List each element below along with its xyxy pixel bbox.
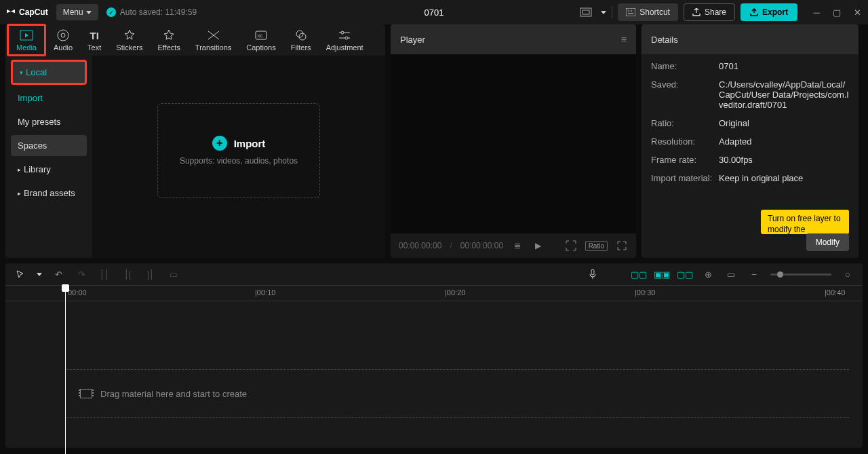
- framing-icon[interactable]: [565, 240, 577, 252]
- tab-transitions[interactable]: Transitions: [188, 26, 239, 54]
- link-icon[interactable]: ⊕: [701, 267, 715, 281]
- media-icon: [20, 29, 33, 42]
- caret-right-icon: ▸: [18, 190, 21, 197]
- tab-audio[interactable]: Audio: [46, 26, 80, 54]
- share-button[interactable]: Share: [684, 3, 735, 21]
- magnet-link-icon[interactable]: ▣▣: [655, 267, 669, 281]
- play-button[interactable]: ▶: [532, 240, 544, 252]
- detail-value: Keep in original place: [719, 173, 849, 183]
- maximize-button[interactable]: ▢: [831, 7, 842, 18]
- playhead[interactable]: [65, 285, 66, 454]
- sidebar-item-library[interactable]: ▸Library: [11, 159, 87, 180]
- svg-point-12: [299, 33, 306, 40]
- ruler-mark: |00:30: [635, 288, 655, 297]
- detail-value: Adapted: [719, 136, 849, 147]
- undo-button[interactable]: ↶: [52, 267, 65, 281]
- filters-icon: [294, 29, 308, 42]
- close-button[interactable]: ✕: [852, 7, 863, 18]
- detail-label: Ratio:: [651, 118, 719, 128]
- magnet-snap-icon[interactable]: ▢▢: [678, 267, 692, 281]
- caret-down-icon: ▾: [20, 69, 23, 76]
- fullscreen-icon[interactable]: [616, 240, 628, 252]
- audio-icon: [56, 29, 70, 42]
- film-icon: [80, 389, 92, 398]
- split-left-icon[interactable]: ⎮[: [121, 267, 134, 281]
- adjustment-icon: [338, 29, 351, 42]
- plus-icon: +: [212, 136, 227, 151]
- svg-rect-0: [580, 8, 591, 16]
- track-drop-hint[interactable]: Drag material here and start to create: [66, 369, 849, 418]
- tool-tabbar: Media Audio TI Text Stickers Effects Tra…: [5, 24, 385, 56]
- magnet-main-icon[interactable]: ▢▢: [632, 267, 646, 281]
- tab-captions[interactable]: cc Captions: [239, 26, 283, 54]
- player-menu-icon[interactable]: ≡: [621, 34, 627, 45]
- share-icon: [692, 8, 701, 16]
- detail-label: Frame rate:: [651, 155, 719, 165]
- chevron-down-icon[interactable]: [601, 11, 606, 14]
- menu-button[interactable]: Menu: [56, 4, 98, 20]
- minimize-button[interactable]: ─: [811, 7, 822, 18]
- tab-text[interactable]: TI Text: [80, 26, 108, 54]
- app-logo: CapCut: [5, 7, 48, 18]
- keyboard-icon: [626, 8, 635, 16]
- tab-filters[interactable]: Filters: [283, 26, 319, 54]
- check-icon: ✓: [106, 7, 116, 17]
- svg-text:cc: cc: [258, 33, 263, 38]
- project-title: 0701: [425, 7, 444, 18]
- mic-icon[interactable]: [586, 267, 599, 281]
- zoom-fit-icon[interactable]: ○: [841, 267, 854, 281]
- captions-icon: cc: [254, 29, 268, 42]
- player-viewport[interactable]: [391, 54, 636, 233]
- svg-rect-2: [626, 8, 635, 16]
- detail-label: Name:: [651, 61, 719, 71]
- modify-button[interactable]: Modify: [806, 233, 849, 251]
- export-button[interactable]: Export: [741, 3, 797, 21]
- split-right-icon[interactable]: ]⎮: [144, 267, 157, 281]
- player-time-total: 00:00:00:00: [460, 241, 503, 250]
- svg-point-14: [341, 31, 344, 34]
- zoom-out-icon[interactable]: −: [747, 267, 761, 281]
- effects-icon: [162, 29, 176, 42]
- svg-point-8: [61, 33, 65, 37]
- redo-button[interactable]: ↷: [75, 267, 88, 281]
- caret-right-icon: ▸: [18, 166, 21, 173]
- zoom-slider[interactable]: [770, 273, 831, 276]
- split-icon[interactable]: ⎮⎮: [98, 267, 111, 281]
- text-icon: TI: [87, 29, 101, 42]
- cursor-tool-icon[interactable]: [14, 267, 27, 281]
- export-icon: [750, 8, 758, 16]
- media-drop-area[interactable]: + Import Supports: videos, audios, photo…: [92, 56, 385, 258]
- media-sidebar: ▾Local Import My presets Spaces ▸Library…: [5, 56, 92, 258]
- delete-icon[interactable]: ▭: [167, 267, 180, 281]
- import-subtitle: Supports: videos, audios, photos: [180, 156, 298, 166]
- svg-point-11: [296, 31, 303, 37]
- aspect-ratio-icon[interactable]: [576, 3, 595, 22]
- sidebar-item-presets[interactable]: My presets: [11, 111, 87, 132]
- import-box[interactable]: + Import Supports: videos, audios, photo…: [157, 103, 320, 198]
- ratio-button[interactable]: Ratio: [585, 241, 608, 251]
- tab-stickers[interactable]: Stickers: [108, 26, 150, 54]
- sidebar-item-brand-assets[interactable]: ▸Brand assets: [11, 183, 87, 204]
- chevron-down-icon[interactable]: [37, 273, 42, 276]
- autosave-status: ✓ Auto saved: 11:49:59: [106, 7, 197, 17]
- svg-point-16: [345, 37, 348, 39]
- details-title: Details: [651, 35, 678, 45]
- timeline-ruler[interactable]: 00:00 |00:10 |00:20 |00:30 |00:40: [5, 285, 863, 301]
- shortcut-button[interactable]: Shortcut: [618, 3, 678, 21]
- ruler-mark: |00:20: [445, 288, 465, 297]
- detail-label: Resolution:: [651, 136, 719, 147]
- stickers-icon: [123, 29, 136, 42]
- detail-value: C:/Users/cvalley/AppData/Local/CapCut/Us…: [719, 79, 849, 110]
- preview-icon[interactable]: ▭: [724, 267, 738, 281]
- tab-media[interactable]: Media: [7, 24, 46, 56]
- tab-effects[interactable]: Effects: [150, 26, 187, 54]
- sidebar-item-spaces[interactable]: Spaces: [11, 135, 87, 156]
- timeline-tracks[interactable]: Drag material here and start to create: [5, 301, 863, 445]
- player-time-current: 00:00:00:00: [399, 241, 441, 250]
- sidebar-item-local[interactable]: ▾Local: [11, 60, 87, 85]
- list-icon[interactable]: ≣: [511, 240, 524, 252]
- detail-label: Import material:: [651, 173, 719, 183]
- sidebar-item-import[interactable]: Import: [11, 88, 87, 109]
- player-title: Player: [400, 35, 425, 45]
- tab-adjustment[interactable]: Adjustment: [319, 26, 371, 54]
